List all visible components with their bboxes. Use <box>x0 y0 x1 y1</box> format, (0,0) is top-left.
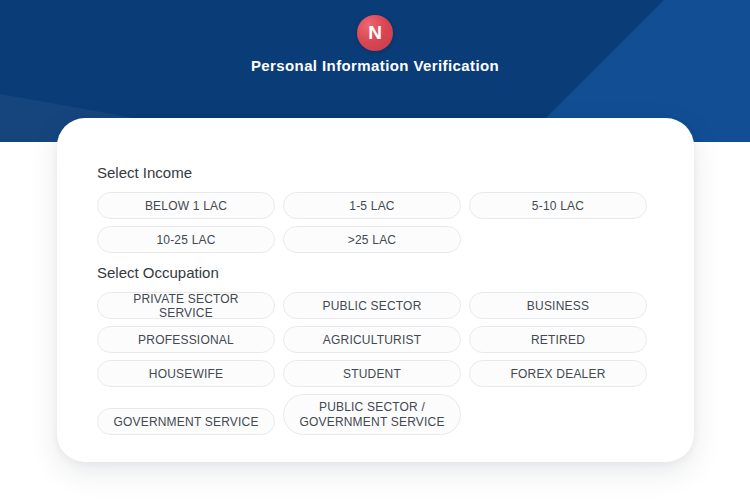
occupation-option-government-service[interactable]: GOVERNMENT SERVICE <box>97 408 275 435</box>
occupation-row-3: HOUSEWIFE STUDENT FOREX DEALER <box>97 360 654 387</box>
occupation-option-private-sector-service[interactable]: PRIVATE SECTOR SERVICE <box>97 292 275 319</box>
occupation-row-1: PRIVATE SECTOR SERVICE PUBLIC SECTOR BUS… <box>97 292 654 319</box>
income-row-2: 10-25 LAC >25 LAC <box>97 226 654 253</box>
occupation-option-student[interactable]: STUDENT <box>283 360 461 387</box>
income-option-1-5-lac[interactable]: 1-5 LAC <box>283 192 461 219</box>
income-option-above-25-lac[interactable]: >25 LAC <box>283 226 461 253</box>
occupation-option-retired[interactable]: RETIRED <box>469 326 647 353</box>
occupation-option-public-sector-government-service[interactable]: PUBLIC SECTOR / GOVERNMENT SERVICE <box>283 394 461 435</box>
form-card: Select Income BELOW 1 LAC 1-5 LAC 5-10 L… <box>57 118 694 462</box>
occupation-option-agriculturist[interactable]: AGRICULTURIST <box>283 326 461 353</box>
brand-logo: N <box>357 15 393 51</box>
occupation-section-label: Select Occupation <box>97 264 654 281</box>
income-option-10-25-lac[interactable]: 10-25 LAC <box>97 226 275 253</box>
occupation-option-forex-dealer[interactable]: FOREX DEALER <box>469 360 647 387</box>
income-option-5-10-lac[interactable]: 5-10 LAC <box>469 192 647 219</box>
occupation-option-housewife[interactable]: HOUSEWIFE <box>97 360 275 387</box>
brand-logo-letter: N <box>368 23 382 42</box>
occupation-option-business[interactable]: BUSINESS <box>469 292 647 319</box>
income-row-1: BELOW 1 LAC 1-5 LAC 5-10 LAC <box>97 192 654 219</box>
occupation-row-4: GOVERNMENT SERVICE PUBLIC SECTOR / GOVER… <box>97 394 654 435</box>
occupation-row-2: PROFESSIONAL AGRICULTURIST RETIRED <box>97 326 654 353</box>
occupation-option-public-sector[interactable]: PUBLIC SECTOR <box>283 292 461 319</box>
page-title: Personal Information Verification <box>0 57 750 74</box>
income-section-label: Select Income <box>97 164 654 181</box>
occupation-option-professional[interactable]: PROFESSIONAL <box>97 326 275 353</box>
income-option-below-1-lac[interactable]: BELOW 1 LAC <box>97 192 275 219</box>
